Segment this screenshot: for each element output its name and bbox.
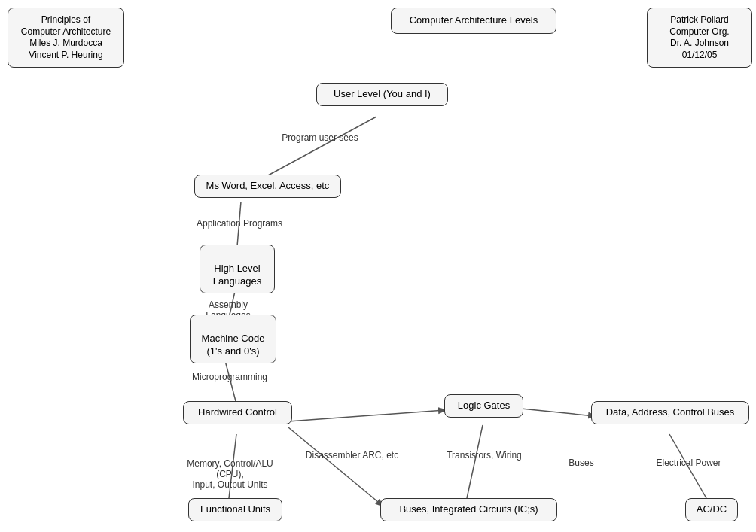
title-text: Computer Architecture Levels	[410, 14, 538, 26]
author-line3: Dr. A. Johnson	[655, 38, 744, 50]
book-line3: Miles J. Murdocca	[16, 38, 116, 50]
memory-control-label: Memory, Control/ALU (CPU), Input, Output…	[175, 448, 285, 490]
buses-ic-label: Buses, Integrated Circuits (IC;s)	[399, 503, 538, 515]
buses-ic-node: Buses, Integrated Circuits (IC;s)	[380, 498, 557, 521]
svg-line-8	[521, 409, 595, 416]
buses-label: Buses	[559, 458, 604, 468]
acdc-node: AC/DC	[685, 498, 738, 521]
program-user-label: Program user sees	[271, 132, 369, 143]
hardwired-node: Hardwired Control	[183, 401, 292, 424]
author-line4: 01/12/05	[655, 50, 744, 62]
user-level-node: User Level (You and I)	[316, 83, 448, 106]
logic-gates-label: Logic Gates	[458, 400, 510, 411]
electrical-power-label: Electrical Power	[649, 458, 728, 468]
high-level-label: High Level Languages	[213, 263, 261, 287]
machine-code-node: Machine Code (1's and 0's)	[190, 315, 276, 363]
author-line1: Patrick Pollard	[655, 14, 744, 26]
application-programs-label: Application Programs	[187, 218, 292, 229]
hardwired-label: Hardwired Control	[198, 406, 277, 418]
data-address-label: Data, Address, Control Buses	[606, 406, 735, 418]
user-level-label: User Level (You and I)	[334, 88, 431, 99]
microprogramming-label: Microprogramming	[181, 372, 279, 382]
ms-word-node: Ms Word, Excel, Access, etc	[194, 175, 341, 198]
svg-line-7	[288, 427, 383, 506]
author-line2: Computer Org.	[655, 26, 744, 38]
logic-gates-node: Logic Gates	[444, 394, 523, 418]
svg-line-6	[467, 425, 483, 498]
high-level-node: High Level Languages	[200, 245, 275, 293]
svg-line-5	[288, 410, 445, 421]
book-box: Principles of Computer Architecture Mile…	[8, 8, 124, 68]
data-address-node: Data, Address, Control Buses	[591, 401, 749, 424]
transistors-label: Transistors, Wiring	[439, 450, 529, 461]
acdc-label: AC/DC	[697, 503, 727, 515]
ms-word-label: Ms Word, Excel, Access, etc	[206, 180, 330, 191]
disassembler-label: Disassembler ARC, etc	[297, 450, 407, 461]
svg-line-0	[268, 117, 376, 175]
book-line2: Computer Architecture	[16, 26, 116, 38]
functional-units-label: Functional Units	[200, 503, 270, 515]
book-line4: Vincent P. Heuring	[16, 50, 116, 62]
machine-code-label: Machine Code (1's and 0's)	[202, 333, 265, 357]
title-box: Computer Architecture Levels	[391, 8, 556, 34]
book-line1: Principles of	[16, 14, 116, 26]
author-box: Patrick Pollard Computer Org. Dr. A. Joh…	[647, 8, 752, 68]
functional-units-node: Functional Units	[188, 498, 282, 521]
